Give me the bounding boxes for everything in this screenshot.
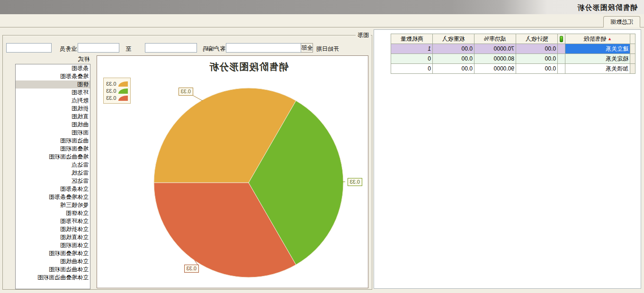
salesman-label: 业务员 [60,44,77,53]
customer-code-label: 客户编码 [203,44,225,53]
style-option[interactable]: 立体堆叠条形图 [16,193,90,201]
cell-weighted[interactable]: 0.00 [433,54,474,64]
style-option[interactable]: 雷达线 [16,169,90,177]
callout-line-gold [193,96,203,101]
chart-canvas: 销售阶段图形分析 0.33 0.33 0.33 [97,55,368,288]
chart-style-listbox[interactable]: 条形图 堆叠条形图 饼图 环形图 散列点 折线图 直线图 曲线图 面积图 曲边面… [15,64,90,289]
style-option[interactable]: 立体折线图 [16,225,90,233]
row-indicator-cell [630,54,635,64]
to-label: 至 [125,44,131,53]
salesman-input[interactable] [6,43,52,53]
groupbox-caption: 图形 [356,32,371,38]
cell-weighted[interactable]: 0.00 [433,44,474,54]
style-option[interactable]: 立体条形图 [16,185,90,193]
style-option[interactable]: 环形图 [16,89,90,97]
cell-count[interactable]: 0 [391,54,433,64]
style-option[interactable]: 堆叠条形图 [16,72,90,80]
style-label: 样式 [78,55,89,63]
style-option[interactable]: 散列点 [16,97,90,105]
style-option[interactable]: 立体直线图 [16,233,90,241]
cell-count[interactable]: 0 [391,64,433,74]
column-header-stage-label: 销售阶段 [583,36,606,42]
cell-weighted[interactable]: 0.00 [433,64,474,74]
style-option[interactable]: 曲线图 [16,121,90,129]
customer-code-input[interactable] [145,43,197,53]
style-option[interactable]: 曼哈顿三维 [16,201,90,209]
chart-groupbox: 图形 开始日期 全部 客户编码 至 业务员 样式 条形图 堆叠条形图 饼图 环形… [2,35,372,290]
tab-summary-data[interactable]: 汇总数据 [603,16,640,27]
slice-value-label: 0.33 [348,178,362,186]
start-date-input[interactable] [226,43,301,53]
legend-value: 0.33 [106,81,116,87]
slice-value-label: 0.33 [184,265,199,273]
legend-wedge-icon [118,95,128,101]
style-option-selected[interactable]: 饼图 [16,80,90,89]
table-row[interactable]: 稳定关系 0.00 80.0000 0.00 0 [391,54,635,64]
cell-expected[interactable]: 0.00 [516,44,558,54]
summary-table-panel: ▲销售阶段 预计收入 成功率% 权重收入 商机数量 建立关系 0.00 70.0… [374,29,641,289]
table-row[interactable]: 加强关系 0.00 90.0000 0.00 0 [391,64,635,74]
slice-value-label: 0.33 [179,88,193,96]
chart-legend: 0.33 0.33 0.33 [103,78,131,104]
table-row[interactable]: 建立关系 0.00 70.0000 0.00 1 [391,44,635,54]
cell-rate[interactable]: 90.0000 [474,64,516,74]
filter-indicator-icon [560,36,563,42]
sort-ascending-icon: ▲ [608,36,612,41]
style-option[interactable]: 雷达区 [16,177,90,185]
style-option[interactable]: 立体环形图 [16,217,90,225]
title-bar: 销售阶段图形分析 [0,0,644,15]
cell-stage[interactable]: 建立关系 [565,44,630,54]
row-indicator-cell [630,44,635,54]
row-indicator-header [630,34,635,44]
cell-filter [558,64,565,74]
cell-rate[interactable]: 80.0000 [474,54,516,64]
style-option[interactable]: 立体面积图 [16,241,90,249]
style-option[interactable]: 立体堆叠面积图 [16,249,90,257]
column-header-filter[interactable] [558,34,565,44]
cell-stage[interactable]: 加强关系 [565,64,630,74]
style-option[interactable]: 曲边面积图 [16,137,90,145]
style-option[interactable]: 条形图 [16,64,90,72]
cell-expected[interactable]: 0.00 [516,64,558,74]
legend-value: 0.33 [106,88,116,94]
legend-item: 0.33 [106,88,128,94]
table-header-row: ▲销售阶段 预计收入 成功率% 权重收入 商机数量 [391,34,635,44]
style-option[interactable]: 立体曲边面积图 [16,266,90,274]
style-option[interactable]: 堆叠曲边面积图 [16,153,90,161]
legend-wedge-icon [118,80,128,87]
application-window: 销售阶段图形分析 汇总数据 ▲销售阶段 预计收入 成功率% 权重收入 商机数量 [0,0,644,293]
cell-filter [558,54,565,64]
pie-chart [97,56,368,288]
style-option[interactable]: 直线图 [16,113,90,121]
legend-item: 0.33 [106,80,128,87]
cell-filter [558,44,565,54]
style-option[interactable]: 折线图 [16,105,90,113]
style-option[interactable]: 堆叠面积图 [16,145,90,153]
style-option[interactable]: 立体饼图 [16,209,90,217]
tab-strip: 汇总数据 [0,14,644,27]
style-option[interactable]: 立体堆叠曲边面积图 [16,274,90,282]
column-header-expected[interactable]: 预计收入 [516,34,558,44]
style-option[interactable]: 雷达点 [16,161,90,169]
date-to-input[interactable] [78,43,119,53]
main-content: ▲销售阶段 预计收入 成功率% 权重收入 商机数量 建立关系 0.00 70.0… [0,27,644,290]
cell-rate[interactable]: 70.0000 [474,44,516,54]
sales-stage-table: ▲销售阶段 预计收入 成功率% 权重收入 商机数量 建立关系 0.00 70.0… [391,34,635,74]
legend-value: 0.33 [106,95,116,101]
legend-item: 0.33 [106,95,128,101]
cell-expected[interactable]: 0.00 [516,54,558,64]
legend-wedge-icon [118,88,128,94]
style-option[interactable]: 立体曲线图 [16,257,90,266]
date-preset-button[interactable]: 全部 [301,43,313,53]
column-header-weighted[interactable]: 权重收入 [433,34,474,44]
column-header-stage[interactable]: ▲销售阶段 [565,34,630,44]
cell-count[interactable]: 1 [391,44,433,54]
style-option[interactable]: 面积图 [16,129,90,137]
cell-stage[interactable]: 稳定关系 [565,54,630,64]
start-date-label: 开始日期 [316,44,339,53]
column-header-rate[interactable]: 成功率% [474,34,516,44]
row-indicator-cell [630,64,635,74]
window-title: 销售阶段图形分析 [577,3,637,12]
column-header-count[interactable]: 商机数量 [391,34,433,44]
